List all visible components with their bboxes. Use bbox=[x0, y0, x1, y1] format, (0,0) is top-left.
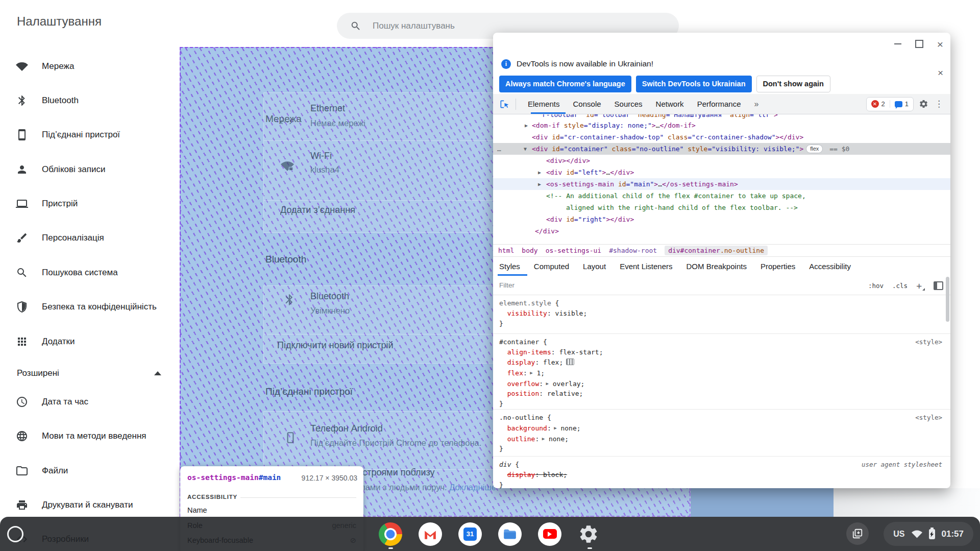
dom-row[interactable]: ▶<dom-if style="display: none;">…</dom-i… bbox=[493, 119, 950, 131]
calendar-app-icon[interactable]: 31 bbox=[458, 522, 482, 546]
status-tray[interactable]: US 01:57 bbox=[884, 522, 973, 546]
sidebar-item-security[interactable]: Безпека та конфіденційність bbox=[0, 290, 180, 324]
style-origin-link[interactable]: <style> bbox=[915, 413, 942, 423]
dom-row-comment[interactable]: <!-- An additional child of the flex #co… bbox=[493, 190, 950, 202]
dom-row[interactable]: <div id="cr-container-shadow-top" class=… bbox=[493, 131, 950, 143]
wifi-icon bbox=[16, 60, 28, 73]
new-style-rule-button[interactable]: + bbox=[916, 280, 922, 291]
smartphone-icon bbox=[284, 431, 297, 444]
style-origin-link[interactable]: <style> bbox=[915, 337, 942, 347]
dom-row[interactable]: ▶<div id="left">…</div> bbox=[493, 166, 950, 178]
gutter-ellipsis[interactable]: … bbox=[497, 143, 501, 155]
crumb-html[interactable]: html bbox=[498, 247, 514, 254]
banner-text: DevTools is now available in Ukrainian! bbox=[517, 59, 653, 68]
scrollbar-thumb[interactable] bbox=[946, 277, 949, 322]
tab-properties[interactable]: Properties bbox=[761, 262, 795, 271]
sidebar-item-connected-devices[interactable]: Під’єднані пристрої bbox=[0, 117, 180, 152]
tab-console[interactable]: Console bbox=[567, 94, 608, 114]
css-rule-element-style[interactable]: element.style { visibility: visible; } bbox=[493, 295, 950, 332]
dom-row-selected[interactable]: …▼<div id="container" class="no-outline"… bbox=[493, 143, 950, 155]
chrome-app-icon[interactable] bbox=[379, 522, 402, 546]
kebab-menu-icon[interactable]: ⋮ bbox=[935, 99, 943, 109]
crumb-os-settings-ui[interactable]: os-settings-ui bbox=[546, 247, 602, 254]
expand-arrow-icon[interactable]: ▶ bbox=[538, 178, 541, 190]
screen-capture-button[interactable] bbox=[846, 522, 869, 545]
switch-to-ukrainian-button[interactable]: Switch DevTools to Ukrainian bbox=[636, 76, 752, 92]
elements-dom-tree: r-toolbar" id="toolbar" heading="Налашту… bbox=[493, 114, 950, 244]
tab-styles[interactable]: Styles bbox=[499, 262, 520, 271]
sidebar-item-languages[interactable]: Мови та методи введення bbox=[0, 419, 180, 453]
crumb-body[interactable]: body bbox=[522, 247, 537, 254]
launcher-button[interactable] bbox=[7, 526, 23, 542]
expand-arrow-icon[interactable]: ▶ bbox=[538, 166, 541, 178]
issue-chat-icon bbox=[895, 101, 902, 107]
phone-row-title[interactable]: Телефон Android bbox=[310, 423, 383, 434]
dom-row[interactable]: <div></div> bbox=[493, 155, 950, 166]
tab-elements[interactable]: Elements bbox=[521, 94, 567, 114]
bluetooth-row-sub: Увімкнено bbox=[310, 306, 350, 316]
globe-icon bbox=[16, 430, 28, 442]
sidebar-advanced-toggle[interactable]: Розширені bbox=[0, 361, 180, 386]
ethernet-row-title[interactable]: Ethernet bbox=[310, 103, 345, 114]
wifi-row-title[interactable]: Wi-Fi bbox=[310, 151, 332, 161]
sidebar-item-search-engine[interactable]: Пошукова система bbox=[0, 255, 180, 290]
toggle-class-button[interactable]: .cls bbox=[892, 282, 908, 290]
sidebar-item-accounts[interactable]: Облікові записи bbox=[0, 152, 180, 186]
issues-badge[interactable]: 1 bbox=[890, 100, 913, 108]
issues-badge-group[interactable]: ✕2 1 bbox=[866, 97, 914, 111]
match-language-button[interactable]: Always match Chrome's language bbox=[499, 76, 631, 92]
toggle-hover-state-button[interactable]: :hov bbox=[868, 282, 884, 290]
keyboard-layout-indicator: US bbox=[893, 530, 904, 539]
files-app-icon[interactable] bbox=[498, 522, 522, 546]
devtools-shadow-strip bbox=[834, 488, 980, 517]
sidebar-item-label: Мережа bbox=[42, 61, 74, 71]
pair-new-device-button[interactable]: Підключити новий пристрій bbox=[277, 340, 394, 351]
tab-dom-breakpoints[interactable]: DOM Breakpoints bbox=[687, 262, 747, 271]
css-rule-div-ua[interactable]: user agent stylesheet div { display: blo… bbox=[493, 456, 950, 488]
more-tabs-button[interactable]: » bbox=[748, 94, 766, 114]
sidebar-item-apps[interactable]: Додатки bbox=[0, 324, 180, 358]
sidebar-item-network[interactable]: Мережа bbox=[0, 49, 180, 83]
clock-icon bbox=[16, 396, 28, 408]
dom-row-hovered[interactable]: ▶<os-settings-main id="main">…</os-setti… bbox=[493, 178, 950, 190]
tab-sources[interactable]: Sources bbox=[608, 94, 649, 114]
collapse-arrow-icon[interactable]: ▼ bbox=[524, 143, 527, 155]
dom-row-comment[interactable]: aligned with the right-hand child of the… bbox=[493, 202, 950, 213]
dom-row[interactable]: <div id="right"></div> bbox=[493, 213, 950, 225]
sidebar-item-bluetooth[interactable]: Bluetooth bbox=[0, 83, 180, 117]
filter-input[interactable]: Filter bbox=[499, 281, 514, 289]
window-close-button[interactable]: × bbox=[937, 39, 943, 50]
tab-accessibility[interactable]: Accessibility bbox=[809, 262, 851, 271]
tab-layout[interactable]: Layout bbox=[583, 262, 606, 271]
window-maximize-button[interactable] bbox=[915, 40, 923, 48]
errors-badge[interactable]: ✕2 bbox=[867, 100, 890, 108]
nearby-learn-more-link[interactable]: Докладніше bbox=[449, 483, 496, 492]
sidebar-item-files[interactable]: Файли bbox=[0, 453, 180, 488]
tab-performance[interactable]: Performance bbox=[691, 94, 748, 114]
crumb-selected-element[interactable]: div#container.no-outline bbox=[665, 246, 768, 255]
css-rule-container[interactable]: <style> #container { align-items: flex-s… bbox=[493, 333, 950, 412]
expand-arrow-icon[interactable]: ▶ bbox=[525, 119, 528, 131]
settings-app-icon[interactable] bbox=[578, 523, 599, 545]
dock-panel-icon[interactable] bbox=[934, 281, 943, 290]
settings-gear-icon[interactable] bbox=[919, 99, 928, 109]
css-rule-no-outline[interactable]: <style> .no-outline { background: ▶ none… bbox=[493, 409, 950, 457]
inspect-element-icon[interactable] bbox=[499, 99, 509, 109]
sidebar-item-date-time[interactable]: Дата та час bbox=[0, 385, 180, 419]
window-minimize-button[interactable] bbox=[894, 43, 901, 44]
dom-row[interactable]: </div> bbox=[493, 225, 950, 237]
tab-event-listeners[interactable]: Event Listeners bbox=[620, 262, 672, 271]
banner-close-icon[interactable]: × bbox=[938, 67, 943, 79]
gmail-app-icon[interactable] bbox=[419, 522, 442, 546]
dont-show-again-button[interactable]: Don't show again bbox=[756, 76, 830, 92]
tab-computed[interactable]: Computed bbox=[534, 262, 569, 271]
bluetooth-row-title[interactable]: Bluetooth bbox=[310, 291, 349, 302]
sidebar-item-personalization[interactable]: Персоналізація bbox=[0, 221, 180, 255]
tooltip-element-title: os-settings-main#main bbox=[187, 473, 281, 482]
sidebar-item-device[interactable]: Пристрій bbox=[0, 186, 180, 221]
tab-network[interactable]: Network bbox=[649, 94, 691, 114]
add-connection-button[interactable]: Додати з’єднання bbox=[280, 205, 355, 215]
dom-row-clipped[interactable]: r-toolbar" id="toolbar" heading="Налашту… bbox=[493, 114, 950, 119]
crumb-shadow-root[interactable]: #shadow-root bbox=[609, 247, 657, 254]
youtube-app-icon[interactable] bbox=[538, 522, 561, 546]
